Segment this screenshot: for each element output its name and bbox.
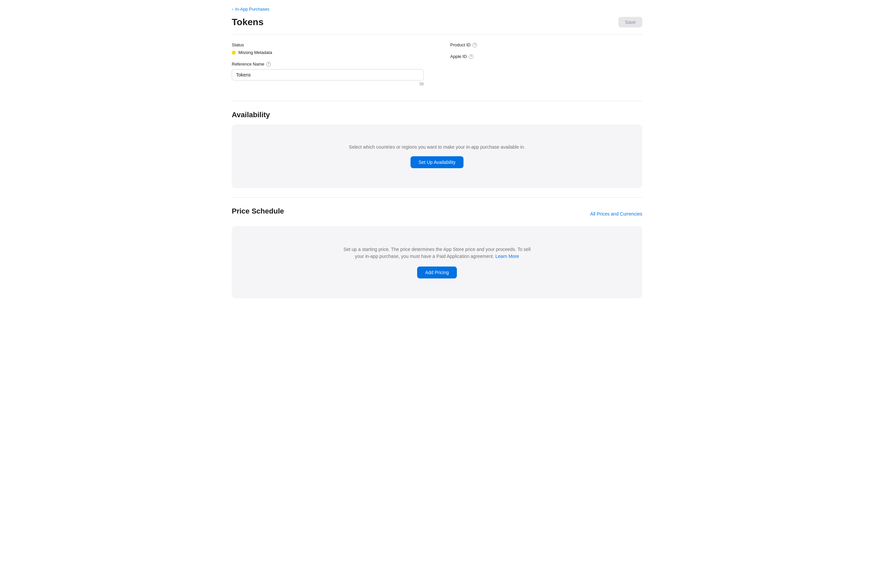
page-container: ‹ In-App Purchases Tokens Save Status Mi… — [219, 0, 655, 327]
price-schedule-description: Set up a starting price. The price deter… — [341, 246, 533, 260]
reference-name-label: Reference Name ? — [232, 62, 424, 66]
price-schedule-header-row: Price Schedule All Prices and Currencies — [232, 207, 642, 221]
product-id-label-text: Product ID — [450, 42, 471, 47]
save-button[interactable]: Save — [618, 17, 642, 27]
apple-id-help-icon[interactable]: ? — [469, 54, 474, 59]
availability-box: Select which countries or regions you wa… — [232, 124, 642, 188]
form-left-column: Status Missing Metadata Reference Name ?… — [232, 42, 437, 93]
reference-name-help-icon[interactable]: ? — [266, 62, 271, 66]
status-row: Missing Metadata — [232, 50, 424, 55]
set-up-availability-button[interactable]: Set Up Availability — [411, 156, 463, 168]
add-pricing-button[interactable]: Add Pricing — [417, 267, 457, 279]
breadcrumb: ‹ In-App Purchases — [232, 7, 642, 12]
apple-id-label-text: Apple ID — [450, 54, 467, 59]
status-dot-icon — [232, 51, 236, 55]
all-prices-currencies-link[interactable]: All Prices and Currencies — [590, 211, 642, 216]
price-schedule-section: Price Schedule All Prices and Currencies… — [232, 198, 642, 308]
page-title: Tokens — [232, 17, 264, 27]
breadcrumb-parent-link[interactable]: In-App Purchases — [235, 7, 269, 12]
back-chevron-icon: ‹ — [232, 7, 233, 12]
form-right-column: Product ID ? Apple ID ? — [437, 42, 642, 93]
reference-name-label-text: Reference Name — [232, 62, 264, 66]
availability-section-title: Availability — [232, 111, 642, 119]
status-label-text: Status — [232, 42, 244, 47]
status-label: Status — [232, 42, 424, 47]
status-value: Missing Metadata — [238, 50, 272, 55]
reference-name-field: Reference Name ? 58 — [232, 62, 424, 86]
status-field: Status Missing Metadata — [232, 42, 424, 55]
reference-name-char-count: 58 — [232, 82, 424, 86]
apple-id-label: Apple ID ? — [450, 54, 642, 59]
learn-more-link[interactable]: Learn More — [495, 254, 519, 259]
price-schedule-box: Set up a starting price. The price deter… — [232, 226, 642, 298]
form-section: Status Missing Metadata Reference Name ?… — [232, 34, 642, 101]
apple-id-field: Apple ID ? — [450, 54, 642, 59]
product-id-field: Product ID ? — [450, 42, 642, 47]
page-header: Tokens Save — [232, 17, 642, 27]
price-schedule-section-title: Price Schedule — [232, 207, 284, 216]
product-id-help-icon[interactable]: ? — [472, 43, 477, 47]
product-id-label: Product ID ? — [450, 42, 642, 47]
reference-name-input[interactable] — [232, 69, 424, 81]
availability-description: Select which countries or regions you wa… — [349, 144, 525, 150]
availability-section: Availability Select which countries or r… — [232, 101, 642, 197]
form-grid: Status Missing Metadata Reference Name ?… — [232, 42, 642, 93]
